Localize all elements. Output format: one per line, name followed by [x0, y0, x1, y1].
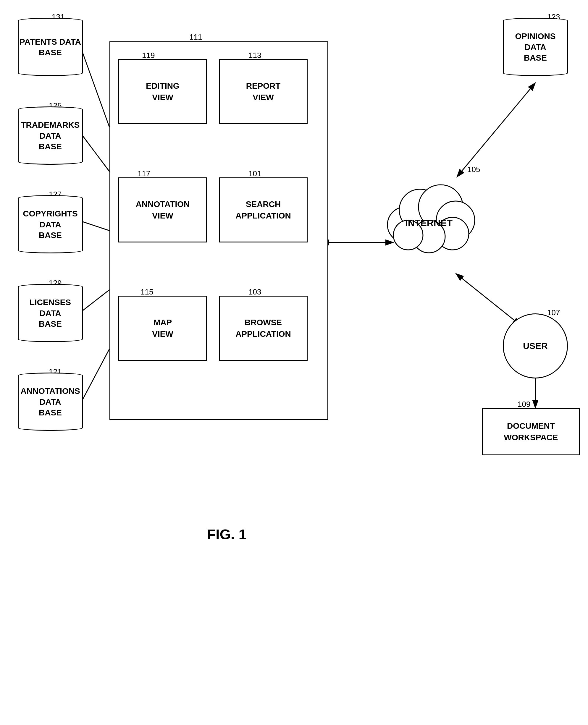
annotation-view-box: ANNOTATIONVIEW	[118, 177, 207, 242]
svg-line-8	[461, 83, 536, 171]
editing-view-label: EDITINGVIEW	[146, 80, 180, 103]
opinions-db: OPINIONSDATABASE	[503, 18, 568, 76]
document-workspace-ref: 109	[518, 400, 530, 409]
annotation-view-label: ANNOTATIONVIEW	[136, 198, 190, 221]
user-circle: USER	[503, 314, 568, 379]
document-workspace-label: DOCUMENTWORKSPACE	[504, 420, 558, 443]
patents-db-label: PATENTS DATA BASE	[19, 37, 82, 58]
editing-view-ref: 119	[142, 51, 155, 60]
internet-ref: 105	[467, 165, 480, 174]
trademarks-db-label: TRADEMARKSDATABASE	[21, 120, 80, 152]
svg-line-6	[83, 349, 109, 399]
annotations-db: ANNOTATIONSDATABASE	[18, 372, 83, 431]
licenses-db: LICENSESDATABASE	[18, 284, 83, 342]
search-application-box: SEARCHAPPLICATION	[219, 177, 308, 242]
browse-application-label: BROWSEAPPLICATION	[235, 317, 291, 340]
diagram: PATENTS DATA BASE 131 TRADEMARKSDATABASE…	[0, 0, 588, 725]
editing-view-box: EDITINGVIEW	[118, 59, 207, 124]
licenses-db-label: LICENSESDATABASE	[29, 297, 71, 329]
svg-text:INTERNET: INTERNET	[405, 218, 453, 228]
report-view-label: REPORTVIEW	[246, 80, 281, 103]
browse-application-ref: 103	[249, 287, 261, 297]
svg-line-9	[461, 278, 521, 325]
annotations-db-label: ANNOTATIONSDATABASE	[20, 386, 80, 418]
document-workspace-box: DOCUMENTWORKSPACE	[482, 408, 580, 455]
opinions-db-label: OPINIONSDATABASE	[515, 31, 556, 63]
svg-line-4	[83, 222, 109, 231]
map-view-box: MAPVIEW	[118, 296, 207, 361]
map-view-label: MAPVIEW	[152, 317, 173, 340]
trademarks-db: TRADEMARKSDATABASE	[18, 106, 83, 165]
search-application-label: SEARCHAPPLICATION	[235, 198, 291, 221]
main-app-ref: 111	[189, 33, 202, 42]
svg-line-3	[83, 136, 109, 171]
user-label: USER	[523, 341, 547, 351]
svg-line-5	[83, 290, 109, 311]
report-view-box: REPORTVIEW	[219, 59, 308, 124]
browse-application-box: BROWSEAPPLICATION	[219, 296, 308, 361]
figure-caption: FIG. 1	[207, 526, 246, 542]
patents-db: PATENTS DATA BASE	[18, 18, 83, 76]
internet-cloud: INTERNET	[381, 171, 476, 260]
search-application-ref: 101	[249, 169, 261, 178]
copyrights-db: COPYRIGHTSDATABASE	[18, 195, 83, 253]
user-ref: 107	[547, 308, 560, 317]
map-view-ref: 115	[141, 287, 153, 297]
report-view-ref: 113	[249, 51, 261, 60]
copyrights-db-label: COPYRIGHTSDATABASE	[23, 209, 78, 241]
annotation-view-ref: 117	[138, 169, 150, 178]
svg-line-2	[83, 53, 109, 127]
